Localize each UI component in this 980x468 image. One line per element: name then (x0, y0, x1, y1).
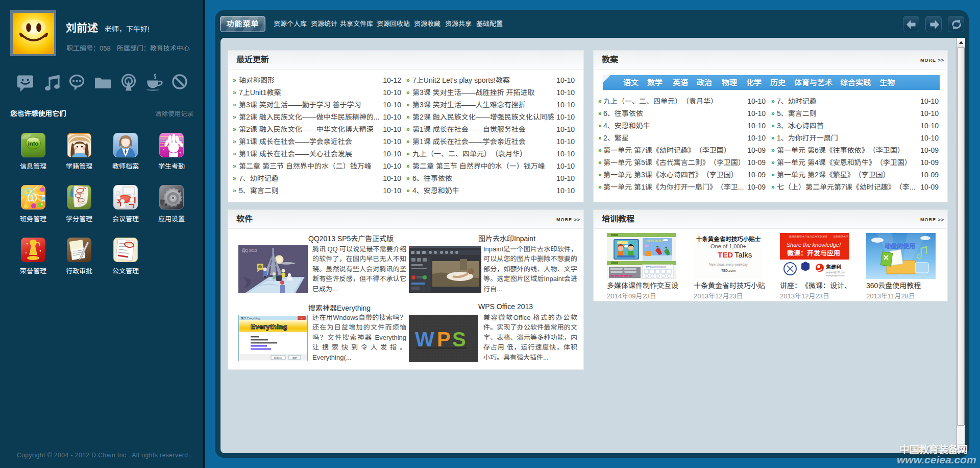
svg-text:Everything: Everything (251, 323, 287, 331)
svg-text:TED.com: TED.com (721, 269, 736, 272)
svg-text:卸载(U): 卸载(U) (274, 356, 282, 359)
svg-text:TED: TED (718, 250, 733, 259)
svg-text:Talks: Talks (734, 250, 752, 259)
svg-text:QQ 2013: QQ 2013 (242, 249, 257, 253)
svg-text:一起 学习吧 来了: 一起 学习吧 来了 (645, 239, 664, 242)
svg-text:关于 Everything: 关于 Everything (241, 316, 260, 320)
svg-text:华南师范大学: 华南师范大学 (833, 235, 848, 238)
svg-text:（1）班: （1）班 (22, 192, 45, 203)
svg-text:教师数育技术开发与应用系列讲座: 教师数育技术开发与应用系列讲座 (789, 235, 827, 238)
svg-text:微课：开发与应用: 微课：开发与应用 (787, 248, 840, 258)
svg-text:jiaojianli@126.com: jiaojianli@126.com (825, 271, 845, 274)
svg-text:十条黄金省时技巧小贴士: 十条黄金省时技巧小贴士 (696, 235, 761, 243)
svg-text:W: W (415, 328, 434, 350)
svg-text:确定: 确定 (292, 356, 297, 359)
svg-text:New ideas every weekday: New ideas every weekday (709, 263, 748, 267)
svg-text:焦建利: 焦建利 (825, 263, 841, 270)
svg-text:www.jiaojianli.com: www.jiaojianli.com (826, 274, 845, 277)
svg-text:P: P (437, 328, 451, 350)
svg-text:S: S (452, 328, 466, 350)
svg-text:One of 1,000+: One of 1,000+ (710, 243, 746, 249)
svg-text:动盘的使用: 动盘的使用 (885, 241, 915, 250)
svg-text:Share the knowledge!: Share the knowledge! (787, 242, 841, 248)
svg-text:初中英语学习要点总结: 初中英语学习要点总结 (646, 265, 666, 268)
